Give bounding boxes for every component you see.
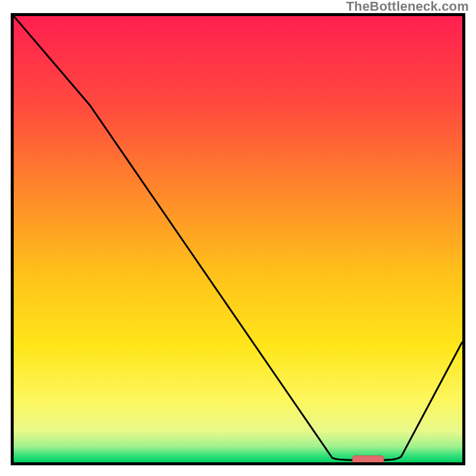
plot-inner xyxy=(14,16,462,462)
optimum-marker xyxy=(352,456,384,462)
curve-layer xyxy=(14,16,462,462)
watermark-label: TheBottleneck.com xyxy=(346,0,469,14)
cost-curve xyxy=(14,16,462,460)
plot-frame xyxy=(11,13,465,465)
chart-stage: TheBottleneck.com xyxy=(0,0,476,476)
